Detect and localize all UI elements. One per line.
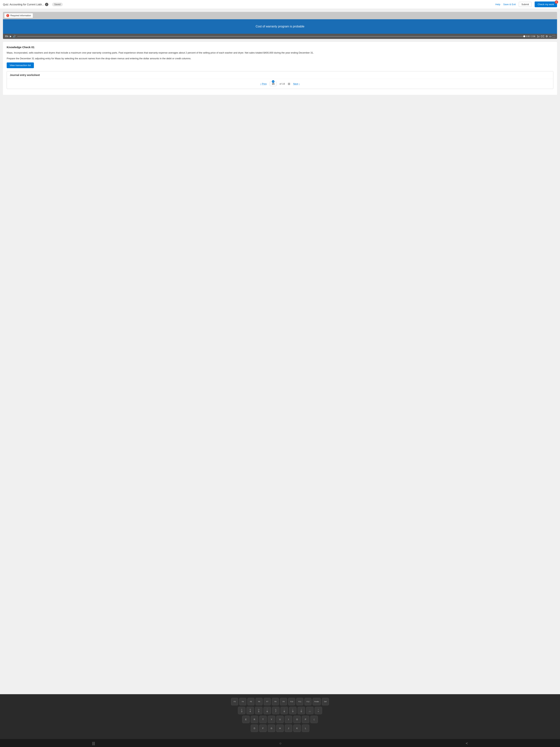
key-underscore[interactable]: _— — [306, 707, 314, 714]
key-plus-equals[interactable]: += — [315, 707, 322, 714]
back-button[interactable]: < — [466, 741, 468, 746]
fullscreen-icon[interactable]: ⛶ — [553, 35, 555, 38]
key-amp-7[interactable]: &7 — [272, 707, 279, 714]
cc-icon[interactable]: CC — [541, 35, 544, 38]
journal-worksheet: Journal entry worksheet ‹ Prev ∞ 15 of 1… — [7, 71, 553, 89]
key-f7[interactable]: F7 — [264, 698, 271, 705]
key-rparen-0[interactable]: )0 — [298, 707, 305, 714]
prev-button[interactable]: ‹ Prev — [260, 82, 267, 85]
theater-icon[interactable]: ▭ — [549, 35, 552, 38]
next-chevron-icon: › — [299, 82, 300, 85]
check-badge: 1 — [555, 0, 558, 4]
key-caret-6[interactable]: ^6 — [264, 707, 271, 714]
key-lbracket[interactable]: ( — [310, 716, 318, 723]
key-f9[interactable]: F9 — [280, 698, 287, 705]
key-j[interactable]: J — [285, 725, 292, 732]
prev-chevron-icon: ‹ — [260, 82, 261, 85]
number-key-row: #3 $4 %5 ^6 &7 *8 (9 )0 _— += — [2, 707, 558, 714]
help-link[interactable]: Help — [496, 3, 500, 6]
key-l[interactable]: L — [302, 725, 309, 732]
current-page: 15 — [272, 82, 274, 85]
key-hash-3[interactable]: #3 — [238, 707, 245, 714]
key-f8[interactable]: F8 — [272, 698, 279, 705]
question-text-2: Prepare the December 31 adjusting entry … — [7, 57, 553, 60]
key-lparen-9[interactable]: (9 — [289, 707, 296, 714]
circle-button[interactable]: ○ — [279, 741, 282, 746]
fn-key-row: F3 F4 F5 F6 F7 F8 F9 F10 F11 F12 Finder … — [2, 698, 558, 705]
video-title: Cost of warranty program is probable — [3, 19, 557, 34]
key-finder[interactable]: Finder — [313, 698, 321, 705]
settings-icon[interactable]: ⚙ — [545, 35, 548, 38]
journal-worksheet-header: Journal entry worksheet — [7, 71, 553, 79]
quiz-title-text: Quiz: Accounting for Current Liabi... — [3, 3, 44, 6]
check-my-work-button[interactable]: Check my work 1 — [535, 1, 557, 7]
submit-button[interactable]: Submit — [519, 2, 532, 7]
page-number-box: ∞ 15 — [270, 81, 276, 86]
save-exit-link[interactable]: Save & Exit — [503, 3, 515, 6]
keyboard-area: F3 F4 F5 F6 F7 F8 F9 F10 F11 F12 Finder … — [0, 694, 560, 739]
next-button[interactable]: Next › — [293, 82, 300, 85]
page-badge: ∞ — [272, 80, 274, 83]
question-text-1: Maas, Incorporated, sells washers and dr… — [7, 51, 553, 55]
saved-badge: Saved — [52, 3, 63, 6]
qwerty-row: E R T Y U I O P ( — [2, 716, 558, 723]
speed-label[interactable]: 1x — [537, 35, 540, 38]
key-u[interactable]: U — [276, 716, 284, 723]
key-r[interactable]: R — [251, 716, 258, 723]
key-h[interactable]: H — [276, 725, 284, 732]
alert-icon: ! — [6, 14, 9, 17]
key-g[interactable]: G — [268, 725, 275, 732]
knowledge-check-title: Knowledge Check 01 — [7, 46, 553, 49]
key-delete-top[interactable]: Del — [322, 698, 329, 705]
pagination-bar: ‹ Prev ∞ 15 of 19 ⊞ Next › — [7, 79, 553, 89]
video-controls: 30s ▶ 🔊 0:00 / 2:06 1x CC ⚙ ▭ ⛶ — [3, 34, 557, 39]
key-e[interactable]: E — [242, 716, 250, 723]
key-star-8[interactable]: *8 — [281, 707, 288, 714]
top-bar-right: Help Save & Exit Submit Check my work 1 — [496, 1, 557, 7]
required-info-badge: ! Required information — [4, 14, 33, 18]
key-f3[interactable]: F3 — [231, 698, 238, 705]
key-f11[interactable]: F11 — [296, 698, 303, 705]
play-button[interactable]: ▶ — [10, 35, 11, 37]
key-f12[interactable]: F12 — [304, 698, 312, 705]
key-p[interactable]: P — [302, 716, 309, 723]
grid-icon[interactable]: ⊞ — [288, 82, 290, 85]
video-panel: ! Required information Cost of warranty … — [3, 12, 557, 39]
top-bar: Quiz: Accounting for Current Liabi... i … — [0, 0, 560, 9]
required-info-label: Required information — [10, 14, 31, 17]
key-o[interactable]: O — [293, 716, 301, 723]
knowledge-check-section: Knowledge Check 01 Maas, Incorporated, s… — [3, 42, 557, 95]
key-f10[interactable]: F10 — [288, 698, 295, 705]
key-k[interactable]: K — [293, 725, 301, 732]
view-transaction-button[interactable]: View transaction list — [7, 62, 34, 68]
key-f5[interactable]: F5 — [247, 698, 255, 705]
content-area: ! Required information Cost of warranty … — [0, 9, 560, 694]
key-percent-5[interactable]: %5 — [255, 707, 262, 714]
video-time: 0:00 / 2:06 — [526, 35, 535, 37]
home-row: D F G H J K L — [2, 725, 558, 732]
video-right-controls: 1x CC ⚙ ▭ ⛶ — [537, 35, 555, 38]
key-f6[interactable]: F6 — [256, 698, 263, 705]
key-t[interactable]: T — [259, 716, 267, 723]
key-d[interactable]: D — [251, 725, 258, 732]
mute-button[interactable]: 🔊 — [13, 35, 16, 37]
home-button[interactable]: ||| — [92, 741, 95, 746]
quiz-title-area: Quiz: Accounting for Current Liabi... i — [3, 3, 48, 6]
key-i[interactable]: I — [285, 716, 292, 723]
progress-bar[interactable] — [17, 36, 524, 37]
key-f4[interactable]: F4 — [239, 698, 246, 705]
nav-bar: ||| ○ < — [0, 739, 560, 747]
key-y[interactable]: Y — [268, 716, 275, 723]
key-f[interactable]: F — [259, 725, 267, 732]
progress-dot — [523, 35, 525, 37]
page-of-label: of 19 — [279, 82, 285, 85]
back-30s-button[interactable]: 30s — [5, 35, 8, 37]
key-dollar-4[interactable]: $4 — [246, 707, 254, 714]
info-icon[interactable]: i — [45, 3, 48, 6]
